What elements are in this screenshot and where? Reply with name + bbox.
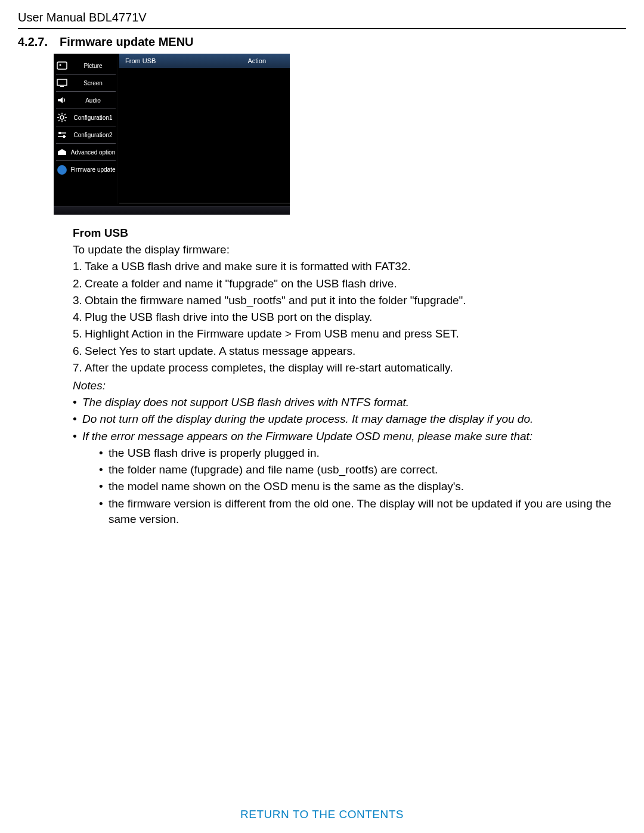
osd-item-advanced: Advanced option [56,144,116,161]
page-header: User Manual BDL4771V [18,11,626,29]
osd-item-firmware-update: Firmware update [56,161,116,178]
audio-icon [56,94,68,106]
svg-point-1 [60,64,61,66]
sliders-icon [56,129,68,141]
osd-item-audio: Audio [56,92,116,109]
update-icon [56,164,68,176]
section-number: 4.2.7. [18,35,48,49]
notes-label: Notes: [73,378,626,394]
list-item: •the USB flash drive is properly plugged… [99,445,626,461]
svg-rect-14 [59,132,61,134]
list-item: 1.Take a USB flash drive and make sure i… [73,259,626,274]
list-item: •the firmware version is different from … [99,496,626,527]
svg-line-10 [64,120,66,121]
svg-rect-2 [57,79,67,85]
advanced-icon [56,146,68,158]
osd-item-picture: Picture [56,57,116,75]
osd-item-config1: Configuration1 [56,109,116,126]
list-item: 5.Highlight Action in the Firmware updat… [73,326,626,342]
subnotes-list: •the USB flash drive is properly plugged… [99,445,626,527]
list-item: •the folder name (fupgrade) and file nam… [99,462,626,478]
steps-list: 1.Take a USB flash drive and make sure i… [73,259,626,376]
list-item: 3.Obtain the firmware named "usb_rootfs"… [73,293,626,308]
osd-main-left: From USB [125,57,156,64]
list-item: •Do not turn off the display during the … [73,411,626,427]
osd-main-header: From USB Action [119,54,290,68]
list-item: 4.Plug the USB flash drive into the USB … [73,309,626,325]
osd-separator [117,57,117,204]
osd-bottom-bar [54,206,290,215]
osd-item-screen: Screen [56,75,116,92]
osd-label: Screen [70,80,116,86]
svg-rect-0 [57,62,67,69]
content-body: From USB To update the display firmware:… [73,225,626,527]
intro-text: To update the display firmware: [73,242,626,258]
osd-main-right: Action [247,57,266,64]
list-item: •the model name shown on the OSD menu is… [99,479,626,494]
svg-line-11 [64,114,66,115]
svg-line-9 [58,114,60,115]
osd-item-config2: Configuration2 [56,126,116,144]
osd-label: Firmware update [70,166,116,173]
osd-screenshot: Picture Screen Audio Configuration1 Conf… [54,54,290,215]
svg-point-4 [60,116,64,119]
list-item: •If the error message appears on the Fir… [73,429,626,444]
picture-icon [56,60,68,72]
list-item: 2.Create a folder and name it "fupgrade"… [73,276,626,292]
subheading-from-usb: From USB [73,225,626,241]
list-item: 7.After the update process completes, th… [73,360,626,376]
section-title: Firmware update MENU [60,35,193,49]
osd-sidebar: Picture Screen Audio Configuration1 Conf… [56,57,116,178]
osd-label: Advanced option [70,149,116,156]
osd-label: Audio [70,97,116,104]
svg-rect-3 [60,86,64,87]
osd-label: Picture [70,63,116,69]
svg-rect-16 [63,135,65,138]
list-item: 6.Select Yes to start update. A status m… [73,343,626,359]
section-heading: 4.2.7. Firmware update MENU [18,35,626,49]
notes-list: •The display does not support USB flash … [73,395,626,444]
gear-icon [56,112,68,123]
osd-label: Configuration1 [70,114,116,121]
screen-icon [56,77,68,89]
osd-main-panel: From USB Action [119,54,290,204]
osd-label: Configuration2 [70,132,116,138]
svg-line-12 [58,120,60,121]
list-item: •The display does not support USB flash … [73,395,626,410]
return-to-contents-link[interactable]: RETURN TO THE CONTENTS [0,808,644,821]
